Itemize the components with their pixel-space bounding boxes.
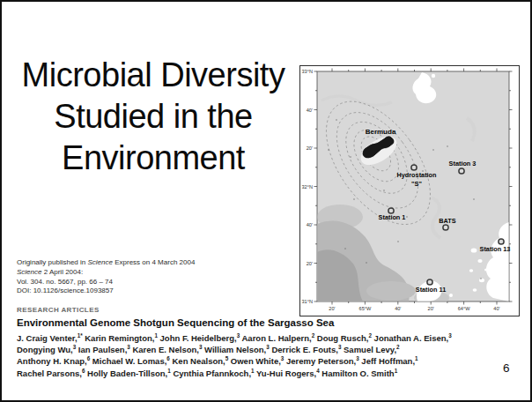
author-line: Anthony H. Knap,6 Michael W. Lomas,6 Ken… bbox=[17, 355, 515, 367]
affiliation-superscript: 4 bbox=[316, 367, 320, 373]
latitude-tick-label: 40' bbox=[307, 222, 313, 227]
longitude-tick-label: 20' bbox=[428, 306, 434, 311]
affiliation-superscript: 3 bbox=[73, 344, 77, 350]
citation-line: Vol. 304. no. 5667, pp. 66 – 74 bbox=[17, 278, 299, 287]
affiliation-superscript: 5 bbox=[225, 355, 229, 361]
affiliation-superscript: 6 bbox=[82, 367, 85, 373]
station-label: Station 1 bbox=[379, 213, 406, 221]
citation-line: DOI: 10.1126/science.1093857 bbox=[17, 287, 299, 296]
slide-title: Microbial DiversityStudied in theEnviron… bbox=[5, 55, 301, 179]
latitude-tick-label: 32°N bbox=[302, 184, 314, 190]
map-figure: 33°N40'20'32°N40'20'31°N20'65°W40'20'64°… bbox=[299, 65, 520, 316]
affiliation-superscript: 3 bbox=[281, 355, 284, 361]
station-marker bbox=[459, 168, 464, 174]
station-marker bbox=[499, 239, 504, 244]
longitude-tick-label: 40' bbox=[493, 306, 499, 311]
author-line: Dongying Wu,3 Ian Paulsen,3 Karen E. Nel… bbox=[17, 344, 515, 355]
affiliation-superscript: 3 bbox=[237, 332, 240, 339]
station-label: Station 13 bbox=[480, 245, 511, 253]
affiliation-superscript: 1 bbox=[395, 367, 398, 373]
longitude-tick-label: 40' bbox=[395, 306, 401, 311]
station-marker bbox=[443, 225, 448, 230]
article-title: Environmental Genome Shotgun Sequencing … bbox=[17, 317, 510, 328]
longitude-tick-label: 64°W bbox=[458, 306, 470, 311]
title-line: Studied in the bbox=[5, 96, 301, 138]
title-line: Environment bbox=[5, 138, 301, 179]
affiliation-superscript: 3 bbox=[356, 355, 359, 361]
latitude-tick-label: 31°N bbox=[302, 299, 314, 304]
longitude-tick-label: 65°W bbox=[359, 306, 372, 311]
presentation-slide: Microbial DiversityStudied in theEnviron… bbox=[0, 0, 532, 402]
affiliation-superscript: 1 bbox=[251, 367, 255, 373]
station-label: Station 3 bbox=[449, 160, 477, 168]
affiliation-superscript: 1 bbox=[167, 367, 171, 373]
affiliation-superscript: 3 bbox=[127, 344, 130, 350]
section-label: RESEARCH ARTICLES bbox=[17, 306, 100, 314]
station-label: Station 11 bbox=[416, 286, 446, 294]
citation-block: Originally published in Science Express … bbox=[17, 258, 299, 296]
station-label: BATS bbox=[439, 217, 455, 225]
affiliation-superscript: 2 bbox=[396, 344, 400, 350]
affiliation-superscript: 6 bbox=[87, 355, 91, 361]
author-line: Rachel Parsons,6 Holly Baden-Tillson,1 C… bbox=[17, 368, 515, 379]
author-list: J. Craig Venter,1* Karin Remington,1 Joh… bbox=[17, 332, 515, 379]
latitude-tick-label: 40' bbox=[307, 108, 313, 113]
affiliation-superscript: 2 bbox=[312, 332, 315, 339]
longitude-tick-label: 20' bbox=[329, 306, 335, 311]
affiliation-superscript: 6 bbox=[166, 355, 170, 361]
affiliation-superscript: 2 bbox=[368, 332, 372, 339]
sargasso-sea-map: 33°N40'20'32°N40'20'31°N20'65°W40'20'64°… bbox=[299, 65, 520, 316]
citation-line: Science 2 April 2004: bbox=[17, 268, 299, 278]
affiliation-superscript: 1* bbox=[78, 332, 83, 339]
bermuda-label: Bermuda bbox=[366, 128, 396, 136]
latitude-tick-label: 20' bbox=[307, 145, 313, 151]
affiliation-superscript: 3 bbox=[266, 344, 270, 350]
author-line: J. Craig Venter,1* Karin Remington,1 Joh… bbox=[17, 332, 515, 344]
affiliation-superscript: 1 bbox=[415, 355, 418, 361]
affiliation-superscript: 1 bbox=[154, 332, 158, 339]
page-number: 6 bbox=[503, 361, 510, 375]
affiliation-superscript: 3 bbox=[199, 344, 203, 350]
citation-line: Originally published in Science Express … bbox=[17, 258, 299, 268]
affiliation-superscript: 3 bbox=[338, 344, 342, 350]
latitude-tick-label: 20' bbox=[307, 261, 313, 266]
station-marker bbox=[427, 279, 432, 285]
affiliation-superscript: 3 bbox=[448, 332, 452, 339]
title-line: Microbial Diversity bbox=[5, 55, 301, 96]
latitude-tick-label: 33°N bbox=[302, 69, 314, 74]
station-marker bbox=[411, 165, 417, 170]
